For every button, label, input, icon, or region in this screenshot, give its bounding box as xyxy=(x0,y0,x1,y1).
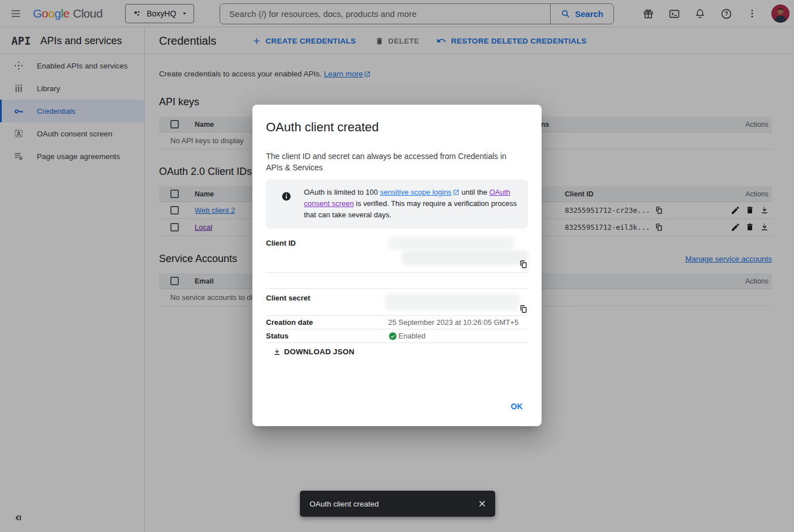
copy-icon[interactable] xyxy=(519,304,528,314)
client-secret-value-redacted xyxy=(388,289,528,315)
download-icon xyxy=(273,347,281,356)
creation-date-row: Creation date 25 September 2023 at 10:26… xyxy=(266,316,528,329)
client-id-label: Client ID xyxy=(266,231,388,272)
dialog-title: OAuth client created xyxy=(266,120,379,135)
client-id-row: Client ID xyxy=(266,231,528,273)
redacted-blur xyxy=(388,237,514,250)
dialog-fields: Client ID Client secret xyxy=(266,231,528,343)
redacted-blur xyxy=(385,294,520,311)
creation-date-value: 25 September 2023 at 10:26:05 GMT+5 xyxy=(388,318,528,327)
verification-notice: OAuth is limited to 100 sensitive scope … xyxy=(266,179,528,229)
copy-icon[interactable] xyxy=(519,260,528,269)
oauth-client-created-dialog: OAuth client created The client ID and s… xyxy=(252,105,542,426)
notice-text: OAuth is limited to 100 sensitive scope … xyxy=(304,187,520,221)
dialog-description: The client ID and secret can always be a… xyxy=(266,151,518,173)
ok-button[interactable]: OK xyxy=(506,398,527,414)
toast-message: OAuth client created xyxy=(310,500,379,508)
client-secret-row: Client secret xyxy=(266,289,528,316)
client-secret-label: Client secret xyxy=(266,289,388,315)
sensitive-scope-logins-link[interactable]: sensitive scope logins xyxy=(380,188,451,196)
external-link-icon xyxy=(453,189,460,196)
redacted-blur xyxy=(402,251,529,265)
close-icon[interactable] xyxy=(477,499,487,509)
status-row: Status Enabled xyxy=(266,329,528,343)
info-icon xyxy=(281,191,291,201)
screen: Google Cloud BoxyHQ Search xyxy=(0,0,794,532)
download-json-button[interactable]: DOWNLOAD JSON xyxy=(273,347,354,356)
status-value: Enabled xyxy=(398,332,426,340)
snackbar-toast: OAuth client created xyxy=(300,491,495,517)
check-circle-icon xyxy=(388,332,397,341)
status-label: Status xyxy=(266,332,388,340)
creation-date-label: Creation date xyxy=(266,318,388,327)
client-id-value-redacted xyxy=(388,231,528,272)
spacer-row xyxy=(266,273,528,289)
status-value-wrap: Enabled xyxy=(388,332,528,341)
